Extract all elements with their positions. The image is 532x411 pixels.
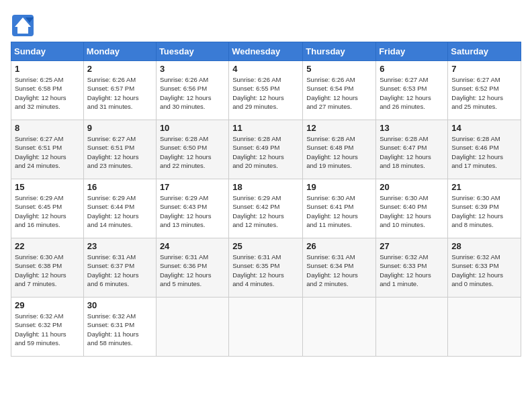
day-info: Sunrise: 6:27 AM Sunset: 6:51 PM Dayligh…	[15, 134, 80, 170]
calendar-cell	[448, 298, 521, 357]
day-info: Sunrise: 6:31 AM Sunset: 6:37 PM Dayligh…	[87, 253, 152, 288]
day-info: Sunrise: 6:31 AM Sunset: 6:35 PM Dayligh…	[232, 253, 299, 288]
day-number: 30	[87, 300, 152, 310]
calendar-cell: 27Sunrise: 6:32 AM Sunset: 6:33 PM Dayli…	[376, 238, 448, 298]
day-info: Sunrise: 6:28 AM Sunset: 6:46 PM Dayligh…	[451, 134, 517, 170]
calendar-cell: 19Sunrise: 6:30 AM Sunset: 6:41 PM Dayli…	[303, 179, 376, 238]
day-number: 28	[451, 241, 517, 251]
calendar-cell: 30Sunrise: 6:32 AM Sunset: 6:31 PM Dayli…	[83, 298, 156, 357]
day-number: 29	[15, 300, 80, 310]
calendar-cell: 23Sunrise: 6:31 AM Sunset: 6:37 PM Dayli…	[83, 238, 156, 298]
day-number: 24	[160, 241, 225, 251]
calendar-cell: 2Sunrise: 6:26 AM Sunset: 6:57 PM Daylig…	[83, 61, 156, 120]
day-number: 18	[232, 182, 299, 192]
calendar-cell: 22Sunrise: 6:30 AM Sunset: 6:38 PM Dayli…	[11, 238, 84, 298]
calendar-cell: 17Sunrise: 6:29 AM Sunset: 6:43 PM Dayli…	[156, 179, 228, 238]
day-number: 12	[306, 123, 372, 133]
weekday-header-row: SundayMondayTuesdayWednesdayThursdayFrid…	[11, 42, 521, 61]
calendar-cell: 13Sunrise: 6:28 AM Sunset: 6:47 PM Dayli…	[376, 120, 448, 179]
day-number: 1	[15, 64, 80, 74]
day-number: 21	[451, 182, 517, 192]
calendar-cell	[376, 298, 448, 357]
day-info: Sunrise: 6:26 AM Sunset: 6:55 PM Dayligh…	[232, 75, 299, 111]
calendar-cell	[229, 298, 303, 357]
logo	[11, 13, 38, 38]
weekday-header-tuesday: Tuesday	[156, 42, 228, 61]
day-number: 5	[306, 64, 372, 74]
calendar-cell: 18Sunrise: 6:29 AM Sunset: 6:42 PM Dayli…	[229, 179, 303, 238]
day-info: Sunrise: 6:30 AM Sunset: 6:38 PM Dayligh…	[15, 253, 80, 288]
day-info: Sunrise: 6:32 AM Sunset: 6:31 PM Dayligh…	[87, 312, 152, 347]
week-row-2: 8Sunrise: 6:27 AM Sunset: 6:51 PM Daylig…	[11, 120, 521, 179]
day-number: 17	[160, 182, 225, 192]
day-number: 9	[87, 123, 152, 133]
day-number: 19	[306, 182, 372, 192]
calendar-cell: 10Sunrise: 6:28 AM Sunset: 6:50 PM Dayli…	[156, 120, 228, 179]
day-number: 27	[380, 241, 444, 251]
calendar-body: 1Sunrise: 6:25 AM Sunset: 6:58 PM Daylig…	[11, 61, 521, 357]
day-number: 2	[87, 64, 152, 74]
day-number: 7	[451, 64, 517, 74]
day-info: Sunrise: 6:29 AM Sunset: 6:43 PM Dayligh…	[160, 193, 225, 229]
calendar-cell: 5Sunrise: 6:26 AM Sunset: 6:54 PM Daylig…	[303, 61, 376, 120]
day-info: Sunrise: 6:31 AM Sunset: 6:36 PM Dayligh…	[160, 253, 225, 288]
day-number: 22	[15, 241, 80, 251]
day-info: Sunrise: 6:31 AM Sunset: 6:34 PM Dayligh…	[306, 253, 372, 288]
day-info: Sunrise: 6:28 AM Sunset: 6:47 PM Dayligh…	[380, 134, 444, 170]
day-info: Sunrise: 6:28 AM Sunset: 6:50 PM Dayligh…	[160, 134, 225, 170]
header	[11, 11, 521, 38]
week-row-4: 22Sunrise: 6:30 AM Sunset: 6:38 PM Dayli…	[11, 238, 521, 298]
weekday-header-thursday: Thursday	[303, 42, 376, 61]
day-number: 25	[232, 241, 299, 251]
calendar-cell: 4Sunrise: 6:26 AM Sunset: 6:55 PM Daylig…	[229, 61, 303, 120]
calendar-cell: 26Sunrise: 6:31 AM Sunset: 6:34 PM Dayli…	[303, 238, 376, 298]
calendar-cell: 8Sunrise: 6:27 AM Sunset: 6:51 PM Daylig…	[11, 120, 84, 179]
day-info: Sunrise: 6:32 AM Sunset: 6:33 PM Dayligh…	[380, 253, 444, 288]
calendar-cell: 9Sunrise: 6:27 AM Sunset: 6:51 PM Daylig…	[83, 120, 156, 179]
calendar-cell: 21Sunrise: 6:30 AM Sunset: 6:39 PM Dayli…	[448, 179, 521, 238]
calendar-cell: 29Sunrise: 6:32 AM Sunset: 6:32 PM Dayli…	[11, 298, 84, 357]
day-number: 10	[160, 123, 225, 133]
day-info: Sunrise: 6:29 AM Sunset: 6:42 PM Dayligh…	[232, 193, 299, 229]
day-number: 15	[15, 182, 80, 192]
calendar-cell: 6Sunrise: 6:27 AM Sunset: 6:53 PM Daylig…	[376, 61, 448, 120]
day-number: 4	[232, 64, 299, 74]
logo-icon	[11, 13, 35, 38]
day-info: Sunrise: 6:27 AM Sunset: 6:51 PM Dayligh…	[87, 134, 152, 170]
day-info: Sunrise: 6:26 AM Sunset: 6:56 PM Dayligh…	[160, 75, 225, 111]
calendar-cell: 14Sunrise: 6:28 AM Sunset: 6:46 PM Dayli…	[448, 120, 521, 179]
day-number: 6	[380, 64, 444, 74]
day-info: Sunrise: 6:32 AM Sunset: 6:33 PM Dayligh…	[451, 253, 517, 288]
week-row-1: 1Sunrise: 6:25 AM Sunset: 6:58 PM Daylig…	[11, 61, 521, 120]
day-number: 16	[87, 182, 152, 192]
week-row-5: 29Sunrise: 6:32 AM Sunset: 6:32 PM Dayli…	[11, 298, 521, 357]
day-info: Sunrise: 6:30 AM Sunset: 6:41 PM Dayligh…	[306, 193, 372, 229]
day-info: Sunrise: 6:25 AM Sunset: 6:58 PM Dayligh…	[15, 75, 80, 111]
day-info: Sunrise: 6:30 AM Sunset: 6:39 PM Dayligh…	[451, 193, 517, 229]
day-info: Sunrise: 6:27 AM Sunset: 6:53 PM Dayligh…	[380, 75, 444, 111]
calendar-cell: 16Sunrise: 6:29 AM Sunset: 6:44 PM Dayli…	[83, 179, 156, 238]
day-number: 20	[380, 182, 444, 192]
weekday-header-saturday: Saturday	[448, 42, 521, 61]
calendar-cell: 11Sunrise: 6:28 AM Sunset: 6:49 PM Dayli…	[229, 120, 303, 179]
day-info: Sunrise: 6:30 AM Sunset: 6:40 PM Dayligh…	[380, 193, 444, 229]
week-row-3: 15Sunrise: 6:29 AM Sunset: 6:45 PM Dayli…	[11, 179, 521, 238]
calendar-cell	[156, 298, 228, 357]
day-info: Sunrise: 6:29 AM Sunset: 6:44 PM Dayligh…	[87, 193, 152, 229]
calendar-cell: 12Sunrise: 6:28 AM Sunset: 6:48 PM Dayli…	[303, 120, 376, 179]
weekday-header-friday: Friday	[376, 42, 448, 61]
calendar-cell: 15Sunrise: 6:29 AM Sunset: 6:45 PM Dayli…	[11, 179, 84, 238]
weekday-header-wednesday: Wednesday	[229, 42, 303, 61]
calendar-cell	[303, 298, 376, 357]
weekday-header-monday: Monday	[83, 42, 156, 61]
day-number: 14	[451, 123, 517, 133]
day-info: Sunrise: 6:28 AM Sunset: 6:49 PM Dayligh…	[232, 134, 299, 170]
day-number: 26	[306, 241, 372, 251]
day-info: Sunrise: 6:29 AM Sunset: 6:45 PM Dayligh…	[15, 193, 80, 229]
calendar-cell: 25Sunrise: 6:31 AM Sunset: 6:35 PM Dayli…	[229, 238, 303, 298]
day-number: 23	[87, 241, 152, 251]
day-number: 11	[232, 123, 299, 133]
day-number: 8	[15, 123, 80, 133]
day-info: Sunrise: 6:28 AM Sunset: 6:48 PM Dayligh…	[306, 134, 372, 170]
calendar-cell: 3Sunrise: 6:26 AM Sunset: 6:56 PM Daylig…	[156, 61, 228, 120]
